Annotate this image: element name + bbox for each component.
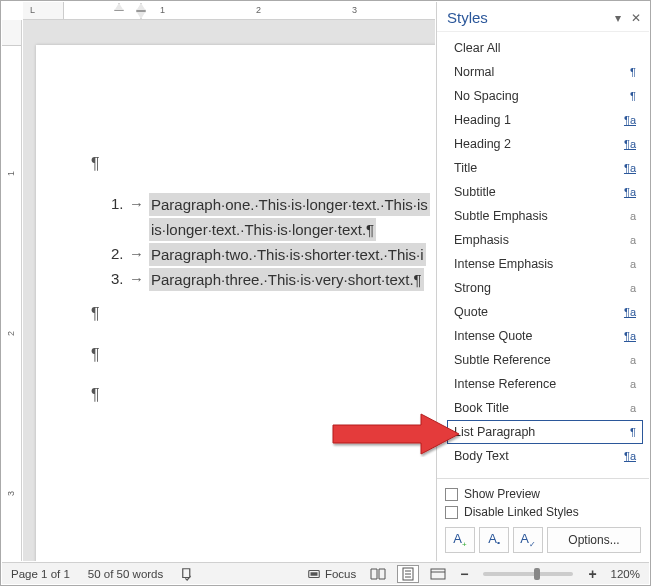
left-indent-marker[interactable] (114, 3, 124, 11)
style-label: Clear All (454, 41, 501, 55)
style-item-list-paragraph[interactable]: List Paragraph¶ (447, 420, 643, 444)
style-item-title[interactable]: Title¶a (447, 156, 643, 180)
style-label: Normal (454, 65, 494, 79)
document-page[interactable]: ¶ 1. → Paragraph·one.·This·is·longer·tex… (36, 45, 435, 561)
style-type-icon: ¶a (618, 162, 636, 174)
style-type-icon: ¶a (618, 114, 636, 126)
style-type-icon: a (618, 258, 636, 270)
style-item-normal[interactable]: Normal¶ (447, 60, 643, 84)
style-item-no-spacing[interactable]: No Spacing¶ (447, 84, 643, 108)
style-type-icon: ¶ (618, 66, 636, 78)
document-content[interactable]: ¶ 1. → Paragraph·one.·This·is·longer·tex… (91, 145, 435, 425)
style-item-intense-emphasis[interactable]: Intense Emphasisa (447, 252, 643, 276)
paragraph-mark: ¶ (91, 303, 435, 325)
options-button[interactable]: Options... (547, 527, 641, 553)
list-number: 3. (111, 268, 129, 291)
read-mode-button[interactable] (367, 565, 389, 583)
zoom-in-button[interactable]: + (585, 566, 599, 582)
manage-styles-button[interactable]: A✓ (513, 527, 543, 553)
style-type-icon: ¶a (618, 306, 636, 318)
paragraph-mark: ¶ (91, 384, 435, 406)
ruler-tick: 2 (6, 331, 16, 336)
checkbox-icon[interactable] (445, 506, 458, 519)
horizontal-ruler[interactable]: L 1 2 3 (23, 2, 435, 20)
style-item-strong[interactable]: Stronga (447, 276, 643, 300)
style-item-book-title[interactable]: Book Titlea (447, 396, 643, 420)
styles-pane-title: Styles (447, 9, 488, 26)
style-label: List Paragraph (454, 425, 535, 439)
style-label: Heading 2 (454, 137, 511, 151)
ruler-tick: 2 (256, 5, 261, 15)
style-item-quote[interactable]: Quote¶a (447, 300, 643, 324)
zoom-out-button[interactable]: − (457, 566, 471, 582)
status-bar: Page 1 of 1 50 of 50 words Focus − (2, 562, 649, 584)
style-type-icon: ¶a (618, 186, 636, 198)
page-count[interactable]: Page 1 of 1 (8, 568, 73, 580)
list-text[interactable]: Paragraph·two.·This·is·shorter·text.·Thi… (149, 243, 426, 266)
app-frame: { "ruler": { "h_ticks": ["L","1","2","3"… (0, 0, 651, 586)
focus-label: Focus (325, 568, 356, 580)
style-type-icon: a (618, 378, 636, 390)
vertical-ruler[interactable]: 1 2 3 (2, 20, 22, 561)
zoom-level[interactable]: 120% (608, 568, 643, 580)
zoom-slider[interactable] (483, 572, 573, 576)
style-item-clear-all[interactable]: Clear All (447, 36, 643, 60)
style-type-icon: a (618, 282, 636, 294)
style-item-heading-1[interactable]: Heading 1¶a (447, 108, 643, 132)
style-inspector-button[interactable]: Aᵒ (479, 527, 509, 553)
focus-mode-button[interactable]: Focus (304, 567, 359, 581)
web-layout-button[interactable] (427, 565, 449, 583)
style-type-icon: a (618, 402, 636, 414)
show-preview-checkbox[interactable]: Show Preview (445, 485, 641, 503)
ruler-tab-stop: L (30, 5, 35, 15)
spellcheck-icon[interactable] (178, 567, 198, 581)
style-item-heading-2[interactable]: Heading 2¶a (447, 132, 643, 156)
style-label: Title (454, 161, 477, 175)
hanging-indent-marker[interactable] (136, 11, 146, 19)
list-text[interactable]: Paragraph·three.·This·is·very·short·text… (149, 268, 424, 291)
list-item[interactable]: 2. → Paragraph·two.·This·is·shorter·text… (111, 243, 435, 266)
new-style-button[interactable]: A+ (445, 527, 475, 553)
show-preview-label: Show Preview (464, 487, 540, 501)
style-label: Intense Emphasis (454, 257, 553, 271)
style-label: Subtitle (454, 185, 496, 199)
styles-pane: Styles ▾ ✕ Clear AllNormal¶No Spacing¶He… (436, 2, 649, 561)
style-label: Subtle Emphasis (454, 209, 548, 223)
list-number: 2. (111, 243, 129, 266)
disable-linked-label: Disable Linked Styles (464, 505, 579, 519)
document-scroll-area[interactable]: ¶ 1. → Paragraph·one.·This·is·longer·tex… (23, 20, 435, 561)
svg-rect-6 (431, 569, 445, 579)
list-text[interactable]: is·longer·text.·This·is·longer·text.¶ (149, 218, 376, 241)
list-item[interactable]: 3. → Paragraph·three.·This·is·very·short… (111, 268, 435, 291)
first-line-indent-marker[interactable] (136, 3, 146, 11)
checkbox-icon[interactable] (445, 488, 458, 501)
style-item-subtitle[interactable]: Subtitle¶a (447, 180, 643, 204)
style-item-intense-quote[interactable]: Intense Quote¶a (447, 324, 643, 348)
pane-dropdown-icon[interactable]: ▾ (615, 11, 621, 25)
styles-list[interactable]: Clear AllNormal¶No Spacing¶Heading 1¶aHe… (437, 32, 649, 478)
paragraph-mark: ¶ (91, 153, 435, 175)
style-type-icon: a (618, 234, 636, 246)
style-item-intense-reference[interactable]: Intense Referencea (447, 372, 643, 396)
style-label: Body Text (454, 449, 509, 463)
list-number: 1. (111, 193, 129, 216)
style-item-emphasis[interactable]: Emphasisa (447, 228, 643, 252)
list-item[interactable]: 1. → Paragraph·one.·This·is·longer·text.… (111, 193, 435, 216)
ruler-tick: 1 (160, 5, 165, 15)
style-item-body-text[interactable]: Body Text¶a (447, 444, 643, 468)
styles-pane-header: Styles ▾ ✕ (437, 2, 649, 32)
list-item-continuation[interactable]: is·longer·text.·This·is·longer·text.¶ (111, 218, 435, 241)
print-layout-button[interactable] (397, 565, 419, 583)
disable-linked-checkbox[interactable]: Disable Linked Styles (445, 503, 641, 521)
style-type-icon: ¶a (618, 450, 636, 462)
paragraph-mark: ¶ (91, 344, 435, 366)
zoom-slider-thumb[interactable] (534, 568, 540, 580)
close-icon[interactable]: ✕ (631, 11, 641, 25)
list-text[interactable]: Paragraph·one.·This·is·longer·text.·This… (149, 193, 430, 216)
ruler-tick: 3 (6, 491, 16, 496)
style-label: Quote (454, 305, 488, 319)
word-count[interactable]: 50 of 50 words (85, 568, 166, 580)
style-item-subtle-reference[interactable]: Subtle Referencea (447, 348, 643, 372)
ruler-tick: 3 (352, 5, 357, 15)
style-item-subtle-emphasis[interactable]: Subtle Emphasisa (447, 204, 643, 228)
